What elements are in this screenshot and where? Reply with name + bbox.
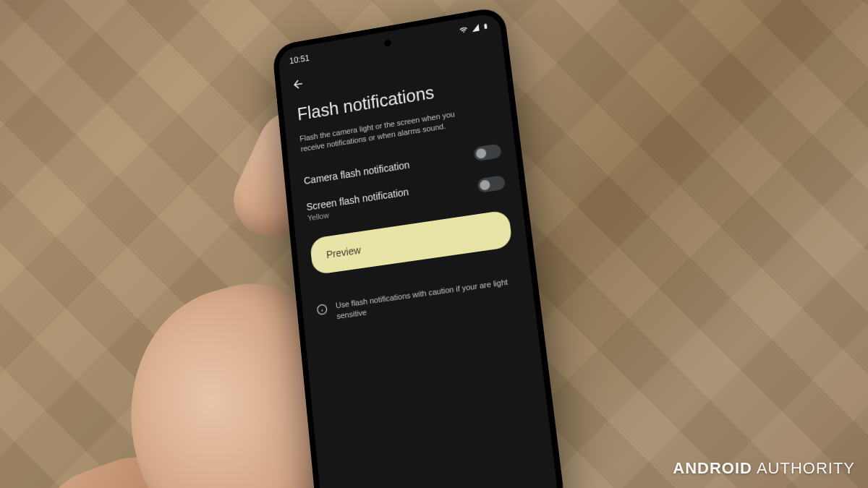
- camera-flash-toggle[interactable]: [473, 143, 502, 161]
- watermark-suffix: AUTHORITY: [757, 459, 855, 477]
- caution-text: Use flash notifications with caution if …: [335, 275, 519, 322]
- battery-icon: [482, 21, 490, 33]
- caution-notice: Use flash notifications with caution if …: [316, 275, 519, 325]
- wifi-icon: [458, 25, 469, 37]
- status-time: 10:51: [289, 53, 310, 66]
- arrow-left-icon: [291, 77, 305, 93]
- signal-icon: [471, 23, 480, 35]
- watermark: ANDROID AUTHORITY: [673, 459, 855, 478]
- toggle-knob: [480, 179, 490, 191]
- info-icon: [316, 303, 328, 316]
- back-button[interactable]: [289, 74, 307, 93]
- toggle-knob: [475, 147, 486, 159]
- watermark-brand: ANDROID: [673, 459, 752, 477]
- screen-flash-toggle[interactable]: [477, 175, 506, 193]
